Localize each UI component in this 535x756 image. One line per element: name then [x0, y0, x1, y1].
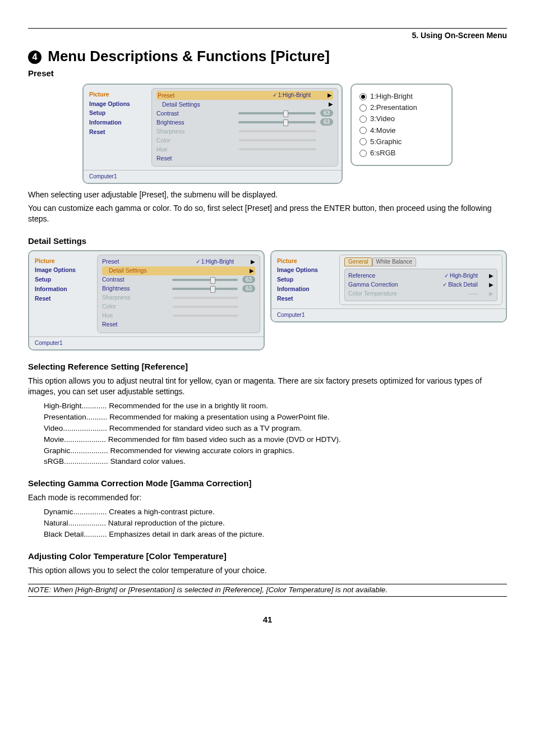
radio-off-icon	[359, 127, 367, 134]
osd-row-contrast[interactable]: Contrast 63	[156, 109, 333, 118]
tab-white-balance[interactable]: White Balance	[372, 257, 416, 266]
subheading-preset: Preset	[28, 67, 507, 79]
check-icon: ✓	[196, 258, 200, 266]
radio-off-icon	[359, 104, 367, 112]
preset-option-high-bright[interactable]: 1:High-Bright	[359, 91, 444, 102]
osd-row-preset[interactable]: Preset ✓ 1:High-Bright ▶	[156, 91, 333, 100]
brightness-slider[interactable]	[238, 121, 316, 123]
chevron-right-icon: ▶	[489, 290, 494, 298]
chevron-right-icon: ▶	[328, 91, 332, 99]
contrast-value: 63	[320, 109, 333, 117]
contrast-value: 63	[242, 276, 255, 283]
side-item-setup[interactable]: Setup	[89, 109, 148, 117]
preset-option-video[interactable]: 3:Video	[359, 114, 444, 124]
brightness-value: 63	[242, 285, 255, 292]
row-reference[interactable]: Reference ✓ High-Bright ▶	[348, 271, 494, 280]
row-color-temp: Color Temperature ----- ▶	[348, 289, 494, 298]
osd-row-color: Color	[156, 136, 333, 145]
chevron-right-icon: ▶	[489, 281, 494, 289]
preset-label: Preset	[102, 257, 196, 266]
def-high-bright: High-Bright............ Recommended for …	[44, 401, 507, 412]
hue-label: Hue	[156, 145, 234, 154]
side-item-image-options[interactable]: Image Options	[35, 266, 94, 274]
osd-status-bar: Computer1	[29, 336, 264, 349]
radio-on-icon	[359, 93, 367, 100]
side-item-picture[interactable]: Picture	[277, 257, 336, 265]
brightness-label: Brightness	[102, 284, 168, 293]
check-icon: ✓	[444, 272, 449, 280]
side-item-setup[interactable]: Setup	[35, 275, 94, 284]
preset-option-presentation[interactable]: 2:Presentation	[359, 103, 444, 113]
side-item-picture[interactable]: Picture	[35, 257, 94, 265]
osd-row-reset[interactable]: Reset	[156, 154, 333, 163]
chevron-right-icon: ▶	[251, 258, 255, 266]
color-temperature-paragraph: This option allows you to select the col…	[28, 565, 507, 577]
chevron-right-icon: ▶	[489, 272, 494, 280]
detail-label: Detail Settings	[156, 100, 329, 109]
side-item-information[interactable]: Information	[89, 118, 148, 127]
osd-row-contrast[interactable]: Contrast 63	[102, 275, 255, 284]
osd-status-bar: Computer1	[84, 170, 342, 183]
brightness-value: 63	[320, 118, 333, 126]
osd-row-detail[interactable]: Detail Settings ▶	[102, 266, 255, 275]
side-item-information[interactable]: Information	[277, 285, 336, 293]
side-item-reset[interactable]: Reset	[277, 294, 336, 303]
chapter-title: 5. Using On-Screen Menu	[28, 30, 507, 42]
side-item-setup[interactable]: Setup	[277, 275, 336, 284]
osd-row-preset[interactable]: Preset ✓ 1:High-Bright ▶	[102, 257, 255, 266]
def-black-detail: Black Detail ........... Emphasizes deta…	[44, 529, 507, 540]
heading-number-badge: 4	[28, 50, 41, 64]
preset-option-graphic[interactable]: 5:Graphic	[359, 137, 444, 147]
osd-picture-window: Picture Image Options Setup Information …	[82, 84, 343, 184]
reset-label: Reset	[156, 154, 333, 163]
side-item-reset[interactable]: Reset	[35, 294, 94, 303]
color-label: Color	[156, 136, 234, 145]
side-item-reset[interactable]: Reset	[89, 128, 148, 136]
def-natural: Natural .................. Natural repro…	[44, 518, 507, 529]
screenshot-row-2: Picture Image Options Setup Information …	[28, 250, 507, 351]
page-heading: 4 Menu Descriptions & Functions [Picture…	[28, 46, 507, 66]
osd-row-detail[interactable]: Detail Settings ▶	[156, 100, 333, 109]
detail-label: Detail Settings	[103, 266, 250, 275]
osd-row-sharpness: Sharpness	[156, 127, 333, 136]
osd-row-hue: Hue	[102, 311, 255, 320]
side-item-image-options[interactable]: Image Options	[277, 266, 336, 274]
heading-reference: Selecting Reference Setting [Reference]	[28, 361, 507, 372]
preset-option-movie[interactable]: 4:Movie	[359, 126, 444, 136]
note-box: NOTE: When [High-Bright] or [Presentatio…	[28, 584, 507, 597]
intro-paragraph-2: You can customize each gamma or color. T…	[28, 203, 507, 225]
tab-general[interactable]: General	[344, 257, 372, 266]
reference-label: Reference	[348, 271, 444, 280]
osd-row-sharpness: Sharpness	[102, 293, 255, 302]
reference-value: High-Bright	[450, 272, 478, 280]
osd-side-menu: Picture Image Options Setup Information …	[84, 85, 151, 170]
osd-main-panel: Preset ✓ 1:High-Bright ▶ Detail Settings…	[151, 88, 338, 167]
chevron-right-icon: ▶	[250, 267, 254, 275]
contrast-slider[interactable]	[172, 279, 238, 281]
preset-option-srgb[interactable]: 6:sRGB	[359, 148, 444, 158]
side-item-image-options[interactable]: Image Options	[89, 100, 148, 108]
radio-off-icon	[359, 150, 367, 157]
hue-slider	[239, 148, 317, 150]
reference-definition-list: High-Bright............ Recommended for …	[44, 401, 507, 467]
osd-row-brightness[interactable]: Brightness 63	[156, 118, 333, 127]
row-gamma[interactable]: Gamma Correction ✓ Black Detail ▶	[348, 280, 494, 289]
contrast-label: Contrast	[156, 109, 234, 118]
osd-row-brightness[interactable]: Brightness 63	[102, 284, 255, 293]
contrast-slider[interactable]	[238, 112, 316, 114]
gamma-value: Black Detail	[448, 281, 478, 289]
side-item-picture[interactable]: Picture	[89, 90, 148, 99]
osd-row-reset[interactable]: Reset	[102, 320, 255, 329]
check-icon: ✓	[273, 91, 277, 99]
preset-value: 1:High-Bright	[278, 91, 311, 99]
osd-side-menu: Picture Image Options Setup Information …	[271, 251, 339, 308]
heading-color-temperature: Adjusting Color Temperature [Color Tempe…	[28, 550, 507, 562]
reference-paragraph: This option allows you to adjust neutral…	[28, 376, 507, 398]
gamma-label: Gamma Correction	[348, 280, 442, 289]
osd-status-bar: Computer1	[271, 308, 506, 321]
brightness-slider[interactable]	[172, 288, 238, 290]
preset-value: 1:High-Bright	[201, 258, 234, 266]
osd-main-panel: Preset ✓ 1:High-Bright ▶ Detail Settings…	[97, 255, 260, 333]
side-item-information[interactable]: Information	[35, 285, 94, 293]
def-srgb: sRGB ..................... Standard colo…	[44, 457, 507, 467]
